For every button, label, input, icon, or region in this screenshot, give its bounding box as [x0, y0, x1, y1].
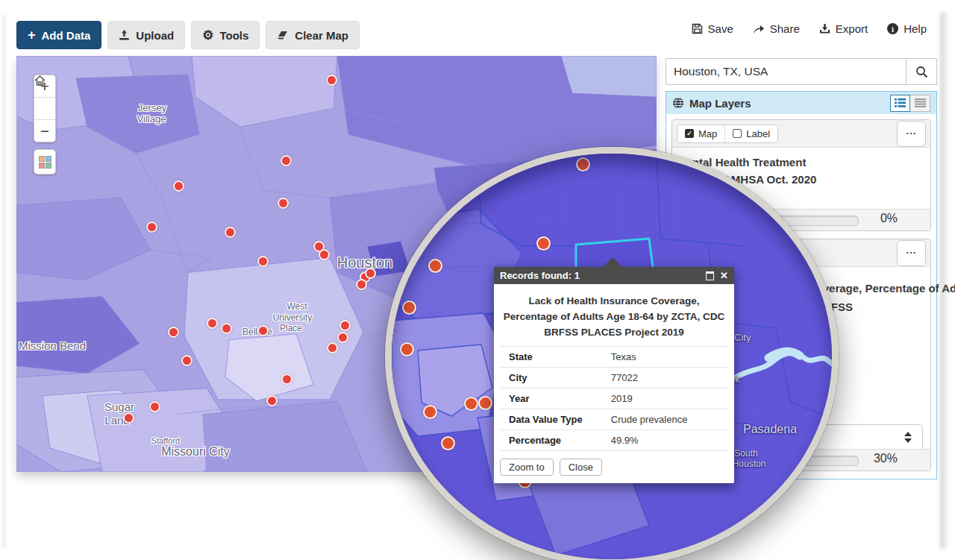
city-label: Jersey [138, 102, 166, 113]
save-button[interactable]: Save [692, 22, 733, 35]
checkbox-checked-icon: ✓ [685, 129, 694, 138]
popup-close-button[interactable]: Close [560, 459, 602, 476]
top-toolbar: + Add Data Upload ⚙ Tools Clear Map [0, 0, 955, 49]
magnified-map[interactable]: to Cityena ParkPasadenaSouthHouston Reco… [392, 154, 832, 559]
share-button[interactable]: Share [753, 22, 800, 35]
facility-point[interactable] [319, 249, 330, 260]
attribute-label: State [500, 347, 605, 368]
facility-point[interactable] [221, 323, 232, 334]
facility-point[interactable] [146, 221, 157, 233]
share-icon [753, 24, 765, 34]
help-button[interactable]: i Help [887, 22, 927, 35]
layer1-opacity-value: 0% [880, 212, 898, 225]
eraser-icon [277, 31, 289, 40]
export-button[interactable]: Export [819, 22, 868, 35]
magnified-facility-point[interactable] [400, 342, 414, 356]
zoom-out-button[interactable]: − [34, 120, 55, 142]
magnified-facility-point[interactable] [423, 405, 437, 419]
layer2-menu-button[interactable]: ... [897, 240, 926, 266]
search-icon [915, 66, 928, 78]
facility-point[interactable] [326, 75, 337, 86]
city-label: West [286, 301, 307, 312]
popup-pointer [602, 257, 623, 268]
list-view-button-active[interactable] [890, 95, 910, 112]
popup-table-row: City77022 [500, 368, 728, 388]
facility-point[interactable] [257, 325, 269, 336]
facility-point[interactable] [181, 355, 192, 366]
upload-label: Upload [136, 29, 174, 42]
city-label: Village [137, 113, 166, 125]
facility-point[interactable] [149, 401, 160, 412]
upload-button[interactable]: Upload [107, 21, 185, 49]
city-label: Houston [337, 254, 393, 271]
facility-point[interactable] [281, 155, 292, 166]
magnifier-lens: to Cityena ParkPasadenaSouthHouston Reco… [385, 147, 839, 560]
layer1-label-toggle[interactable]: Label [724, 125, 777, 142]
magnified-facility-point[interactable] [428, 259, 442, 273]
popup-table-row: StateTexas [500, 347, 728, 368]
facility-point[interactable] [173, 180, 184, 192]
app-window: + Add Data Upload ⚙ Tools Clear Map [0, 0, 955, 560]
list-compact-button[interactable] [910, 95, 930, 112]
layer1-map-toggle[interactable]: ✓ Map [677, 125, 724, 142]
magnified-facility-point[interactable] [402, 301, 416, 315]
zoom-to-button[interactable]: Zoom to [500, 459, 554, 476]
facility-point[interactable] [123, 412, 134, 424]
upload-icon [119, 30, 130, 40]
magnified-facility-point[interactable] [576, 157, 590, 172]
clear-map-button[interactable]: Clear Map [266, 21, 360, 49]
facility-point[interactable] [327, 342, 338, 353]
facility-point[interactable] [365, 268, 376, 279]
home-icon [34, 75, 46, 86]
city-label: Stafford [151, 436, 180, 445]
attribute-value: 49.9% [605, 430, 728, 451]
popup-table-row: Data Value TypeCrude prevalence [500, 409, 728, 430]
home-button[interactable] [34, 98, 55, 120]
magnified-facility-point[interactable] [464, 397, 478, 411]
attribute-label: Percentage [500, 430, 605, 451]
popup-attribute-table: StateTexasCity77022Year2019Data Value Ty… [500, 346, 728, 451]
add-data-button[interactable]: + Add Data [16, 21, 101, 49]
city-label: Place [280, 323, 302, 333]
export-label: Export [836, 22, 868, 35]
city-label: Mission Bend [19, 339, 86, 352]
magnified-facility-point[interactable] [441, 436, 455, 450]
popup-title: Lack of Health Insurance Coverage, Perce… [500, 289, 728, 346]
magnified-facility-point[interactable] [536, 236, 551, 251]
magnified-facility-point[interactable] [478, 396, 492, 410]
facility-point[interactable] [339, 320, 351, 331]
close-icon[interactable]: ✕ [720, 270, 728, 281]
basemap-button[interactable] [34, 149, 56, 174]
facility-point[interactable] [281, 374, 292, 385]
tools-button[interactable]: ⚙ Tools [191, 21, 260, 49]
search-input[interactable] [666, 58, 906, 85]
attribute-label: Year [500, 388, 605, 409]
facility-point[interactable] [225, 227, 236, 238]
layer2-opacity-value: 30% [874, 452, 898, 465]
attribute-value: 77022 [605, 368, 728, 388]
maximize-icon[interactable] [706, 271, 714, 280]
facility-point[interactable] [257, 256, 269, 267]
attribute-label: Data Value Type [500, 409, 605, 430]
basemap-grid-icon [39, 156, 51, 169]
layer1-menu-button[interactable]: ... [897, 121, 926, 147]
clear-map-label: Clear Map [295, 29, 348, 42]
facility-point[interactable] [337, 332, 348, 343]
magnified-city-label: Pasadena [743, 423, 797, 436]
facility-point[interactable] [278, 198, 289, 209]
globe-icon [672, 97, 684, 109]
facility-point[interactable] [356, 279, 367, 290]
city-label: Missouri City [161, 445, 230, 459]
plus-icon: + [28, 28, 36, 43]
facility-point[interactable] [207, 318, 218, 329]
city-label: University [273, 312, 313, 323]
popup-footer: Zoom to Close [494, 451, 734, 483]
attribute-value: 2019 [605, 388, 728, 409]
facility-point[interactable] [168, 327, 179, 338]
list-detail-icon [895, 98, 906, 107]
facility-point[interactable] [266, 395, 278, 406]
layer1-card-header: ✓ Map Label ... [672, 120, 930, 148]
info-icon: i [887, 23, 898, 34]
search-bar [666, 58, 937, 85]
search-button[interactable] [906, 58, 937, 85]
